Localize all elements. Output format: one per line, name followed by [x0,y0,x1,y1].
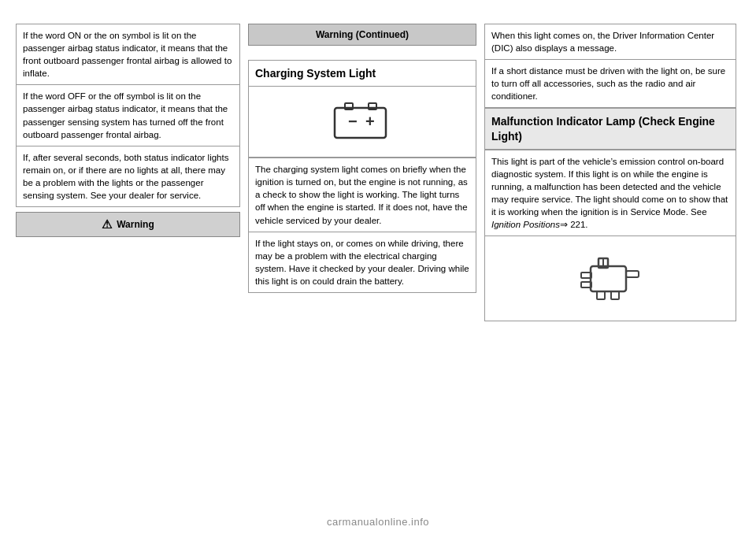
warning-continued-bar: Warning (Continued) [248,24,476,46]
battery-image-block: − + [248,87,476,158]
battery-icon: − + [331,100,394,143]
svg-rect-7 [626,271,639,277]
engine-image-block [484,236,736,321]
right-column: When this light comes on, the Driver Inf… [484,24,736,510]
left-column: If the word ON or the on symbol is lit o… [16,24,240,510]
malfunction-indicator-header: Malfunction Indicator Lamp (Check Engine… [484,108,736,149]
engine-icon [575,249,646,308]
svg-rect-0 [335,108,386,138]
svg-text:−: − [348,113,358,130]
engine-text-block: This light is part of the vehicle’s emis… [484,150,736,237]
warning-triangle-icon: ⚠ [102,217,112,232]
svg-rect-5 [591,266,626,291]
left-block-2: If the word OFF or the off symbol is lit… [16,85,240,146]
svg-rect-10 [597,291,605,299]
watermark: carmanualonline.info [327,516,429,528]
mid-block-2: If the light stays on, or comes on while… [248,232,476,293]
left-block-1: If the word ON or the on symbol is lit o… [16,24,240,85]
page-container: If the word ON or the on symbol is lit o… [0,0,756,534]
warning-bar: ⚠ Warning [16,212,240,237]
right-block-1: When this light comes on, the Driver Inf… [484,24,736,60]
left-block-3: If, after several seconds, both status i… [16,146,240,207]
svg-text:+: + [365,113,375,130]
svg-rect-11 [611,291,619,299]
middle-column: Warning (Continued) Charging System Ligh… [248,24,476,510]
right-block-2: If a short distance must be driven with … [484,60,736,108]
charging-system-header: Charging System Light [248,60,476,87]
mid-block-1: The charging system light comes on brief… [248,158,476,232]
